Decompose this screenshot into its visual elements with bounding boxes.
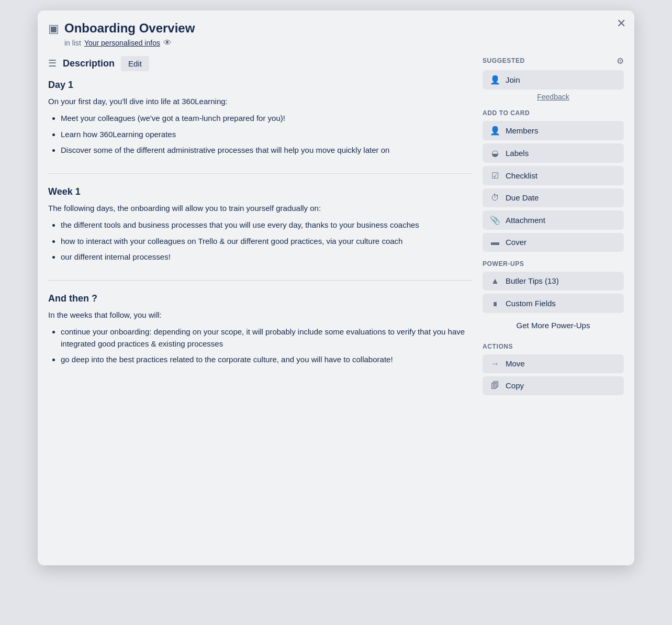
subtitle-prefix: in list xyxy=(64,39,81,47)
members-icon: 👤 xyxy=(490,126,500,136)
feedback-link[interactable]: Feedback xyxy=(483,93,624,101)
section-andthen-list: continue your onboarding: depending on y… xyxy=(48,326,472,366)
section-week1: Week 1 The following days, the onboardin… xyxy=(48,186,472,281)
due-date-button[interactable]: ⏱ Due Date xyxy=(483,188,624,207)
list-item: Discover some of the different administr… xyxy=(61,144,472,157)
list-item: Meet your colleagues (we've got a team-l… xyxy=(61,113,472,125)
section-week1-intro: The following days, the onboarding will … xyxy=(48,203,472,215)
list-item: go deep into the best practices related … xyxy=(61,354,472,366)
card-modal: ✕ ▣ Onboarding Overview in list Your per… xyxy=(38,10,634,565)
move-button[interactable]: → Move xyxy=(483,354,624,373)
list-item: our different internal processes! xyxy=(61,251,472,263)
move-icon: → xyxy=(490,359,500,369)
attachment-button[interactable]: 📎 Attachment xyxy=(483,210,624,230)
section-andthen: And then ? In the weeks that follow, you… xyxy=(48,293,472,383)
list-item: Learn how 360Learning operates xyxy=(61,129,472,141)
description-label: Description xyxy=(63,58,115,69)
section-andthen-title: And then ? xyxy=(48,293,472,304)
modal-subtitle: in list Your personalised infos 👁 xyxy=(64,38,195,48)
custom-fields-button[interactable]: ∎ Custom Fields xyxy=(483,294,624,313)
power-ups-label: POWER-UPS xyxy=(483,260,624,267)
sidebar: SUGGESTED ⚙ 👤 Join Feedback ADD TO CARD … xyxy=(483,56,624,555)
cover-button[interactable]: ▬ Cover xyxy=(483,233,624,252)
section-day1: Day 1 On your first day, you'll dive int… xyxy=(48,80,472,174)
checklist-button[interactable]: ☑ Checklist xyxy=(483,166,624,185)
list-item: continue your onboarding: depending on y… xyxy=(61,326,472,350)
members-button[interactable]: 👤 Members xyxy=(483,121,624,140)
description-icon: ☰ xyxy=(48,58,57,69)
main-content: ☰ Description Edit Day 1 On your first d… xyxy=(48,56,472,555)
list-item: how to interact with your colleagues on … xyxy=(61,236,472,248)
modal-header: ▣ Onboarding Overview in list Your perso… xyxy=(48,21,624,48)
custom-fields-icon: ∎ xyxy=(490,298,500,308)
join-button[interactable]: 👤 Join xyxy=(483,70,624,90)
modal-title-block: Onboarding Overview in list Your persona… xyxy=(64,21,195,48)
section-week1-title: Week 1 xyxy=(48,186,472,197)
get-more-power-ups-button[interactable]: Get More Power-Ups xyxy=(483,316,624,334)
butler-tips-button[interactable]: ▲ Butler Tips (13) xyxy=(483,272,624,291)
gear-button[interactable]: ⚙ xyxy=(617,56,624,66)
card-icon: ▣ xyxy=(48,22,59,36)
copy-icon: 🗐 xyxy=(490,381,500,390)
labels-button[interactable]: ◒ Labels xyxy=(483,143,624,163)
list-link[interactable]: Your personalised infos xyxy=(84,39,160,47)
cover-icon: ▬ xyxy=(490,238,500,247)
butler-icon: ▲ xyxy=(490,276,500,286)
copy-button[interactable]: 🗐 Copy xyxy=(483,376,624,395)
edit-button[interactable]: Edit xyxy=(121,56,149,71)
user-icon: 👤 xyxy=(490,75,500,85)
description-header: ☰ Description Edit xyxy=(48,56,472,71)
attachment-icon: 📎 xyxy=(490,215,500,225)
page-title: Onboarding Overview xyxy=(64,21,195,36)
actions-label: ACTIONS xyxy=(483,343,624,350)
close-button[interactable]: ✕ xyxy=(617,18,626,29)
section-andthen-intro: In the weeks that follow, you will: xyxy=(48,309,472,321)
list-item: the different tools and business process… xyxy=(61,219,472,231)
section-day1-title: Day 1 xyxy=(48,80,472,91)
suggested-label: SUGGESTED ⚙ xyxy=(483,56,624,66)
section-week1-list: the different tools and business process… xyxy=(48,219,472,263)
add-to-card-label: ADD TO CARD xyxy=(483,109,624,117)
eye-icon: 👁 xyxy=(163,38,172,48)
label-icon: ◒ xyxy=(490,148,500,158)
section-day1-intro: On your first day, you'll dive into life… xyxy=(48,96,472,108)
modal-body: ☰ Description Edit Day 1 On your first d… xyxy=(48,56,624,555)
clock-icon: ⏱ xyxy=(490,193,500,203)
checklist-icon: ☑ xyxy=(490,171,500,181)
section-day1-list: Meet your colleagues (we've got a team-l… xyxy=(48,113,472,157)
